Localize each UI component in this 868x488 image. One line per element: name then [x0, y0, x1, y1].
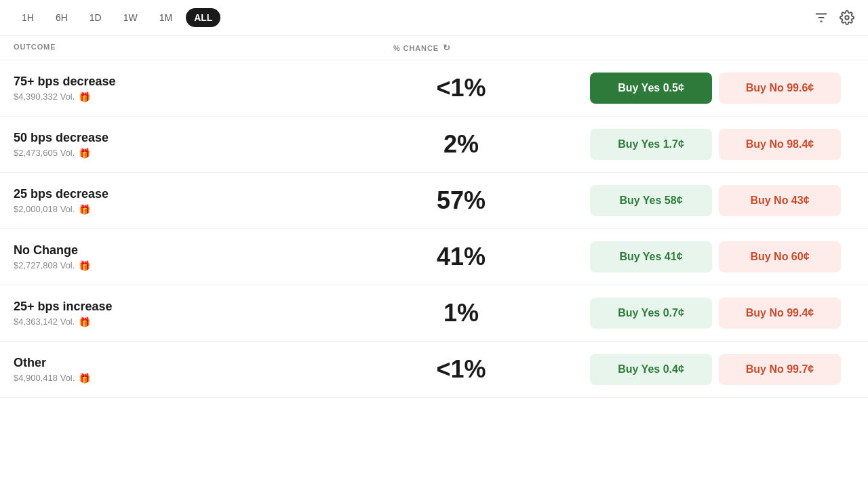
- outcome-title: 75+ bps decrease: [14, 75, 393, 89]
- outcome-volume: $2,473,605 Vol. 🎁: [14, 148, 393, 159]
- outcome-row-row-no-change: No Change $2,727,808 Vol. 🎁 41% Buy Yes …: [0, 229, 868, 285]
- gift-icon[interactable]: 🎁: [79, 317, 90, 327]
- buy-yes-button[interactable]: Buy Yes 0.7¢: [590, 298, 712, 329]
- outcome-title: 25 bps decrease: [14, 187, 393, 201]
- chance-value: <1%: [393, 74, 529, 102]
- chance-value: 41%: [393, 243, 529, 271]
- outcome-volume: $4,363,142 Vol. 🎁: [14, 317, 393, 327]
- buy-no-button[interactable]: Buy No 43¢: [719, 185, 841, 216]
- time-filter-1m[interactable]: 1M: [151, 8, 180, 27]
- top-icons: [814, 10, 854, 25]
- volume-text: $4,363,142 Vol.: [14, 317, 75, 327]
- volume-text: $4,900,418 Vol.: [14, 373, 75, 383]
- chance-header: % CHANCE ↻: [393, 43, 854, 53]
- outcome-title: No Change: [14, 243, 393, 258]
- buy-yes-button[interactable]: Buy Yes 1.7¢: [590, 129, 712, 160]
- time-filter-group: 1H6H1D1W1MALL: [14, 8, 220, 27]
- time-filter-all[interactable]: ALL: [186, 8, 220, 27]
- buy-buttons: Buy Yes 0.5¢ Buy No 99.6¢: [529, 73, 854, 104]
- outcome-info: 75+ bps decrease $4,390,332 Vol. 🎁: [14, 75, 393, 102]
- buy-buttons: Buy Yes 58¢ Buy No 43¢: [529, 185, 854, 216]
- outcome-header: OUTCOME: [14, 43, 393, 53]
- outcome-info: Other $4,900,418 Vol. 🎁: [14, 356, 393, 384]
- filter-icon-button[interactable]: [814, 10, 829, 25]
- buy-yes-button[interactable]: Buy Yes 0.4¢: [590, 354, 712, 385]
- outcomes-list: 75+ bps decrease $4,390,332 Vol. 🎁 <1% B…: [0, 60, 868, 398]
- buy-buttons: Buy Yes 41¢ Buy No 60¢: [529, 241, 854, 272]
- time-filter-6h[interactable]: 6H: [47, 8, 76, 27]
- buy-yes-button[interactable]: Buy Yes 58¢: [590, 185, 712, 216]
- volume-text: $2,727,808 Vol.: [14, 260, 75, 270]
- outcome-info: No Change $2,727,808 Vol. 🎁: [14, 243, 393, 271]
- outcome-row-row-75-decrease: 75+ bps decrease $4,390,332 Vol. 🎁 <1% B…: [0, 60, 868, 117]
- volume-text: $2,000,018 Vol.: [14, 204, 75, 214]
- time-filter-1d[interactable]: 1D: [81, 8, 110, 27]
- refresh-icon[interactable]: ↻: [443, 43, 451, 53]
- buy-buttons: Buy Yes 0.4¢ Buy No 99.7¢: [529, 354, 854, 385]
- buy-no-button[interactable]: Buy No 60¢: [719, 241, 841, 272]
- outcome-info: 25+ bps increase $4,363,142 Vol. 🎁: [14, 300, 393, 327]
- chance-value: 2%: [393, 130, 529, 159]
- svg-point-3: [845, 16, 849, 20]
- outcome-info: 25 bps decrease $2,000,018 Vol. 🎁: [14, 187, 393, 215]
- buy-no-button[interactable]: Buy No 99.6¢: [719, 73, 841, 104]
- column-headers: OUTCOME % CHANCE ↻: [0, 36, 868, 60]
- outcome-volume: $2,000,018 Vol. 🎁: [14, 204, 393, 215]
- buy-yes-button[interactable]: Buy Yes 0.5¢: [590, 73, 712, 104]
- buy-no-button[interactable]: Buy No 99.7¢: [719, 354, 841, 385]
- outcome-title: 50 bps decrease: [14, 131, 393, 145]
- time-filter-1h[interactable]: 1H: [14, 8, 42, 27]
- outcome-title: 25+ bps increase: [14, 300, 393, 314]
- outcome-info: 50 bps decrease $2,473,605 Vol. 🎁: [14, 131, 393, 159]
- gift-icon[interactable]: 🎁: [79, 373, 90, 384]
- gift-icon[interactable]: 🎁: [79, 92, 90, 102]
- gift-icon[interactable]: 🎁: [79, 148, 90, 159]
- buy-no-button[interactable]: Buy No 99.4¢: [719, 298, 841, 329]
- time-filter-1w[interactable]: 1W: [115, 8, 146, 27]
- outcome-row-row-25-decrease: 25 bps decrease $2,000,018 Vol. 🎁 57% Bu…: [0, 173, 868, 229]
- chance-value: 57%: [393, 186, 529, 215]
- outcome-row-row-25-increase: 25+ bps increase $4,363,142 Vol. 🎁 1% Bu…: [0, 285, 868, 342]
- outcome-row-row-50-decrease: 50 bps decrease $2,473,605 Vol. 🎁 2% Buy…: [0, 117, 868, 173]
- volume-text: $2,473,605 Vol.: [14, 148, 75, 158]
- outcome-title: Other: [14, 356, 393, 370]
- buy-buttons: Buy Yes 0.7¢ Buy No 99.4¢: [529, 298, 854, 329]
- gift-icon[interactable]: 🎁: [79, 204, 90, 215]
- volume-text: $4,390,332 Vol.: [14, 92, 75, 102]
- settings-icon-button[interactable]: [840, 10, 854, 25]
- outcome-volume: $4,900,418 Vol. 🎁: [14, 373, 393, 384]
- chance-header-label: % CHANCE: [393, 44, 439, 52]
- buy-buttons: Buy Yes 1.7¢ Buy No 98.4¢: [529, 129, 854, 160]
- gift-icon[interactable]: 🎁: [79, 260, 90, 271]
- outcome-row-row-other: Other $4,900,418 Vol. 🎁 <1% Buy Yes 0.4¢…: [0, 342, 868, 398]
- buy-yes-button[interactable]: Buy Yes 41¢: [590, 241, 712, 272]
- chance-value: <1%: [393, 355, 529, 384]
- outcome-volume: $2,727,808 Vol. 🎁: [14, 260, 393, 271]
- buy-no-button[interactable]: Buy No 98.4¢: [719, 129, 841, 160]
- outcome-volume: $4,390,332 Vol. 🎁: [14, 92, 393, 102]
- chance-value: 1%: [393, 299, 529, 327]
- top-bar: 1H6H1D1W1MALL: [0, 0, 868, 36]
